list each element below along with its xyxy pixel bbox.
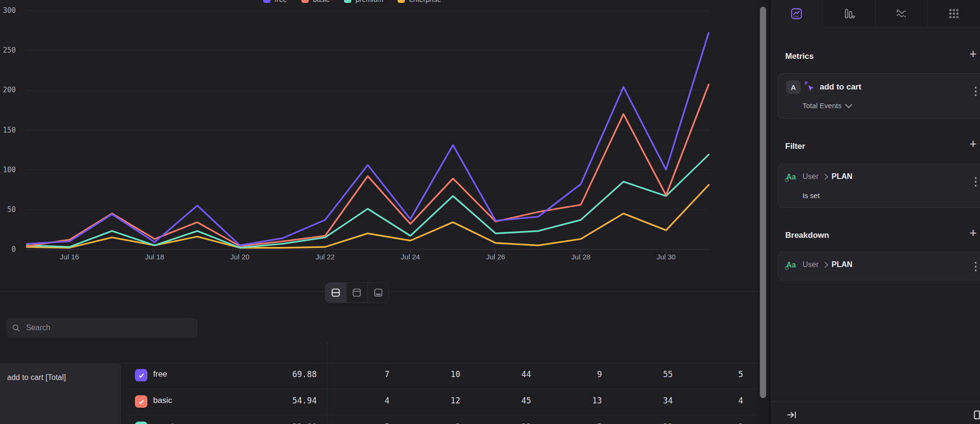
cell-value: 5 xyxy=(738,369,743,379)
x-axis-tick-label: Jul 26 xyxy=(486,253,505,261)
row-label: free xyxy=(153,369,167,379)
cell-value: 5 xyxy=(597,422,602,424)
table-header: Event 1 PLAN 4 Average Jul 15 Jul 16 Jul… xyxy=(0,342,756,363)
scrollbar-track xyxy=(756,0,770,424)
search-box[interactable] xyxy=(6,318,198,338)
metric-event-name: add to cart xyxy=(820,82,861,92)
chevron-down-icon xyxy=(845,101,852,109)
row-checkbox-free[interactable] xyxy=(135,369,147,381)
add-breakdown-button[interactable]: + xyxy=(969,228,977,237)
y-axis-tick-label: 100 xyxy=(0,166,16,174)
row-label: premium xyxy=(153,422,185,424)
cell-value: 44 xyxy=(522,369,531,379)
dot-grid-icon xyxy=(947,7,960,20)
bottom-bar-icon xyxy=(374,288,383,297)
line-chart[interactable] xyxy=(0,0,756,268)
bar-chart-icon xyxy=(843,7,856,20)
table-row-premium[interactable]: premium 33.00 5 3 23 5 23 2 xyxy=(121,415,756,424)
chevron-right-icon xyxy=(822,262,828,268)
filter-kebab-menu[interactable] xyxy=(975,177,977,187)
sidebar-bottom-divider xyxy=(770,401,980,402)
table-row-free[interactable]: free 69.88 7 10 44 9 55 5 xyxy=(121,363,756,389)
text-property-icon: Aa xyxy=(786,261,796,269)
metrics-section-title: Metrics xyxy=(785,52,814,61)
y-axis-tick-label: 150 xyxy=(0,126,16,134)
event-cell-label: add to cart [Total] xyxy=(7,373,66,382)
cell-average: 54.94 xyxy=(292,396,317,405)
cell-value: 12 xyxy=(451,396,460,405)
cell-value: 10 xyxy=(451,369,460,379)
scrollbar-thumb[interactable] xyxy=(760,7,766,398)
cell-value: 55 xyxy=(663,369,673,379)
metric-badge: A xyxy=(786,80,801,94)
visualization-tabbar xyxy=(770,0,980,27)
breakdown-section-title: Breakdown xyxy=(785,231,829,240)
check-icon xyxy=(138,398,145,405)
filter-card[interactable]: Aa User PLAN Is set xyxy=(778,164,980,208)
cell-value: 23 xyxy=(522,422,531,424)
search-input[interactable] xyxy=(25,323,192,333)
y-axis-tick-label: 0 xyxy=(0,245,16,254)
layout-top-bar-button[interactable] xyxy=(346,283,368,302)
y-axis-tick-label: 200 xyxy=(0,86,16,94)
event-click-icon xyxy=(803,80,816,93)
cell-average: 69.88 xyxy=(292,369,317,379)
property-scope: User xyxy=(802,172,819,181)
columns-layout-icon[interactable] xyxy=(973,408,980,422)
cell-value: 4 xyxy=(738,396,743,405)
y-axis-tick-label: 50 xyxy=(0,205,16,214)
filter-property[interactable]: User PLAN xyxy=(802,172,852,181)
check-icon xyxy=(138,372,145,379)
property-scope: User xyxy=(802,260,819,269)
layout-split-rows-button[interactable] xyxy=(325,283,346,302)
analytics-app: free basic premium enterprise 0501001502… xyxy=(0,0,980,424)
breakdown-card[interactable]: Aa User PLAN xyxy=(778,252,980,280)
cell-value: 3 xyxy=(456,422,460,424)
flow-icon xyxy=(895,7,908,20)
x-axis-tick-label: Jul 22 xyxy=(315,253,334,261)
split-rows-icon xyxy=(331,288,340,297)
x-axis-tick-label: Jul 20 xyxy=(230,253,249,261)
layout-bottom-bar-button[interactable] xyxy=(368,283,389,302)
row-checkbox-premium[interactable] xyxy=(135,422,147,424)
row-label: basic xyxy=(153,396,172,405)
breakdown-property[interactable]: User PLAN xyxy=(802,260,852,269)
x-axis-tick-label: Jul 30 xyxy=(657,253,676,261)
tab-dot-grid[interactable] xyxy=(928,0,980,27)
text-property-icon: Aa xyxy=(786,173,796,181)
add-filter-button[interactable]: + xyxy=(969,139,977,148)
metric-card[interactable]: A add to cart Total Events xyxy=(778,73,980,119)
event-cell[interactable]: add to cart [Total] xyxy=(0,364,121,424)
chevron-right-icon xyxy=(822,174,828,180)
cell-value: 2 xyxy=(738,422,743,424)
cell-value: 34 xyxy=(663,396,673,405)
row-checkbox-basic[interactable] xyxy=(135,395,147,408)
cell-value: 13 xyxy=(592,396,602,405)
tab-bar-chart[interactable] xyxy=(823,0,876,27)
cell-value: 7 xyxy=(385,369,390,379)
top-bar-icon xyxy=(352,288,361,297)
breakdown-kebab-menu[interactable] xyxy=(975,262,977,271)
filter-condition[interactable]: Is set xyxy=(802,191,820,200)
cell-value: 45 xyxy=(522,396,531,405)
x-axis-tick-label: Jul 18 xyxy=(145,253,164,261)
metric-measure-label: Total Events xyxy=(802,101,842,110)
x-axis-tick-label: Jul 24 xyxy=(401,253,420,261)
metric-measure-dropdown[interactable]: Total Events xyxy=(802,101,851,110)
cell-value: 23 xyxy=(663,422,673,424)
tab-line-chart[interactable] xyxy=(770,0,823,27)
config-sidebar: Metrics + A add to cart Total Events Fil… xyxy=(770,0,980,424)
chart-panel: free basic premium enterprise 0501001502… xyxy=(0,0,756,424)
layout-toolbar xyxy=(325,282,389,303)
collapse-panel-icon[interactable] xyxy=(786,409,797,421)
table-row-basic[interactable]: basic 54.94 4 12 45 13 34 4 xyxy=(121,389,756,415)
tab-flow[interactable] xyxy=(876,0,928,27)
property-name: PLAN xyxy=(832,172,853,181)
line-chart-icon xyxy=(790,7,803,20)
add-metric-button[interactable]: + xyxy=(969,49,977,58)
cell-average: 33.00 xyxy=(292,422,317,424)
filter-section-title: Filter xyxy=(785,142,805,151)
x-axis-tick-label: Jul 16 xyxy=(60,253,79,261)
cell-value: 9 xyxy=(597,369,602,379)
metric-kebab-menu[interactable] xyxy=(975,87,977,96)
